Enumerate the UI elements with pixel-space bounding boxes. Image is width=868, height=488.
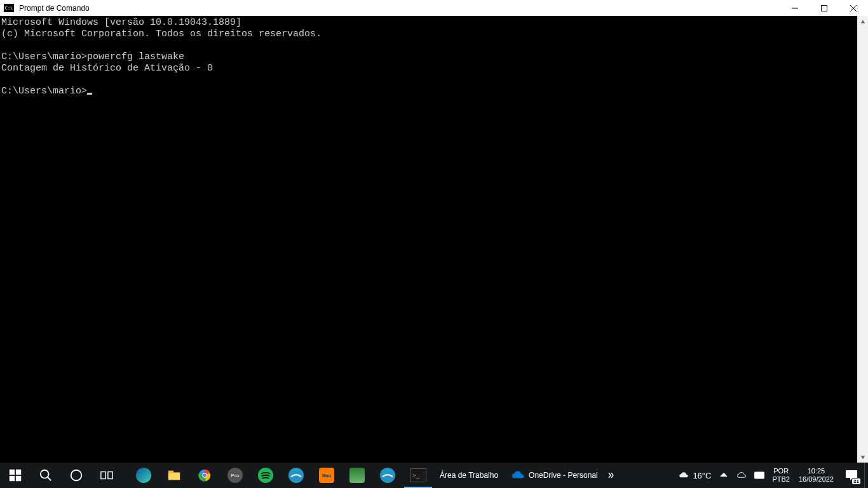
chrome-taskbar-button[interactable] — [189, 463, 220, 488]
system-tray: 16°C POR PTB2 10:25 16/09/2022 31 — [675, 463, 868, 488]
folder-icon — [167, 468, 181, 482]
window-titlebar: C:\ Prompt de Comando — [0, 0, 868, 16]
cloud-icon — [511, 470, 525, 480]
svg-rect-6 — [10, 470, 15, 475]
svg-rect-13 — [101, 472, 105, 479]
task-view-icon — [100, 468, 114, 482]
itau-taskbar-button[interactable]: Itaú — [311, 463, 342, 488]
show-desktop-button[interactable] — [864, 463, 868, 488]
onedrive-toolbar-label: OneDrive - Personal — [529, 471, 598, 480]
clock-time: 10:25 — [808, 467, 825, 475]
notification-count-badge: 31 — [852, 478, 860, 484]
lang-code-top: POR — [773, 467, 789, 475]
app-taskbar-button-3[interactable] — [342, 463, 372, 488]
cmd-app-icon: C:\ — [4, 4, 14, 12]
svg-rect-14 — [108, 472, 112, 479]
terminal-area[interactable]: Microsoft Windows [versão 10.0.19043.188… — [0, 16, 868, 463]
app-taskbar-button-4[interactable] — [372, 463, 403, 488]
terminal-cursor — [87, 93, 92, 95]
cortana-icon — [69, 468, 83, 482]
green-app-icon — [349, 468, 365, 483]
weather-cloud-icon — [679, 470, 689, 480]
search-icon — [39, 468, 53, 482]
cortana-button[interactable] — [61, 463, 92, 488]
input-indicator-button[interactable] — [750, 463, 768, 488]
task-view-button[interactable] — [92, 463, 122, 488]
close-button[interactable] — [839, 0, 868, 16]
svg-rect-15 — [168, 472, 180, 480]
clock-date: 16/09/2022 — [799, 475, 834, 484]
action-center-button[interactable]: 31 — [839, 463, 864, 488]
svg-rect-21 — [755, 472, 764, 478]
chevron-up-icon — [719, 470, 729, 480]
onedrive-tray-icon — [736, 470, 747, 480]
spotify-taskbar-button[interactable] — [250, 463, 281, 488]
weather-temp: 16°C — [693, 471, 711, 480]
svg-rect-9 — [16, 476, 21, 481]
weather-widget[interactable]: 16°C — [675, 463, 715, 488]
search-button[interactable] — [31, 463, 61, 488]
svg-rect-16 — [168, 471, 173, 473]
lang-code-bottom: PTB2 — [772, 475, 790, 484]
generic-app-icon: Pro — [227, 468, 243, 483]
scroll-up-button[interactable] — [857, 16, 868, 27]
itau-icon: Itaú — [319, 468, 334, 483]
window-title: Prompt de Comando — [19, 4, 90, 13]
chrome-icon — [198, 468, 212, 482]
svg-rect-8 — [10, 476, 15, 481]
svg-marker-5 — [860, 456, 864, 459]
svg-rect-7 — [16, 470, 21, 475]
svg-marker-4 — [860, 20, 864, 23]
desktop-toolbar-label: Área de Trabalho — [440, 471, 498, 480]
terminal-output: Microsoft Windows [versão 10.0.19043.188… — [0, 16, 868, 98]
file-explorer-taskbar-button[interactable] — [159, 463, 189, 488]
svg-point-12 — [71, 470, 82, 481]
language-indicator[interactable]: POR PTB2 — [768, 467, 794, 484]
svg-line-11 — [48, 477, 51, 481]
minimize-button[interactable] — [780, 0, 810, 16]
scroll-down-button[interactable] — [857, 452, 868, 463]
onedrive-toolbar[interactable]: OneDrive - Personal — [505, 463, 604, 488]
blue-app-icon-2 — [380, 468, 395, 483]
app-taskbar-button-1[interactable]: Pro — [220, 463, 250, 488]
keyboard-icon — [754, 470, 764, 480]
maximize-button[interactable] — [810, 0, 839, 16]
blue-app-icon — [288, 468, 304, 483]
vertical-scrollbar[interactable] — [857, 16, 868, 463]
edge-taskbar-button[interactable] — [128, 463, 159, 488]
edge-icon — [136, 468, 151, 483]
start-button[interactable] — [0, 463, 31, 488]
toolbar-overflow-button[interactable] — [604, 463, 618, 488]
svg-rect-1 — [822, 5, 827, 11]
taskbar: Pro Itaú >_ Área de Trabalho OneDrive - … — [0, 463, 868, 488]
cmd-taskbar-button[interactable]: >_ — [403, 463, 433, 488]
desktop-toolbar[interactable]: Área de Trabalho — [433, 463, 505, 488]
clock-button[interactable]: 10:25 16/09/2022 — [794, 467, 839, 484]
cmd-taskbar-icon: >_ — [410, 468, 426, 482]
tray-overflow-button[interactable] — [715, 463, 733, 488]
svg-point-20 — [203, 473, 207, 477]
svg-point-10 — [41, 470, 49, 478]
scroll-track[interactable] — [857, 27, 868, 452]
tray-onedrive-button[interactable] — [733, 463, 750, 488]
windows-icon — [8, 468, 22, 482]
spotify-icon — [258, 468, 273, 483]
chevron-right-double-icon — [608, 472, 614, 478]
app-taskbar-button-2[interactable] — [281, 463, 311, 488]
